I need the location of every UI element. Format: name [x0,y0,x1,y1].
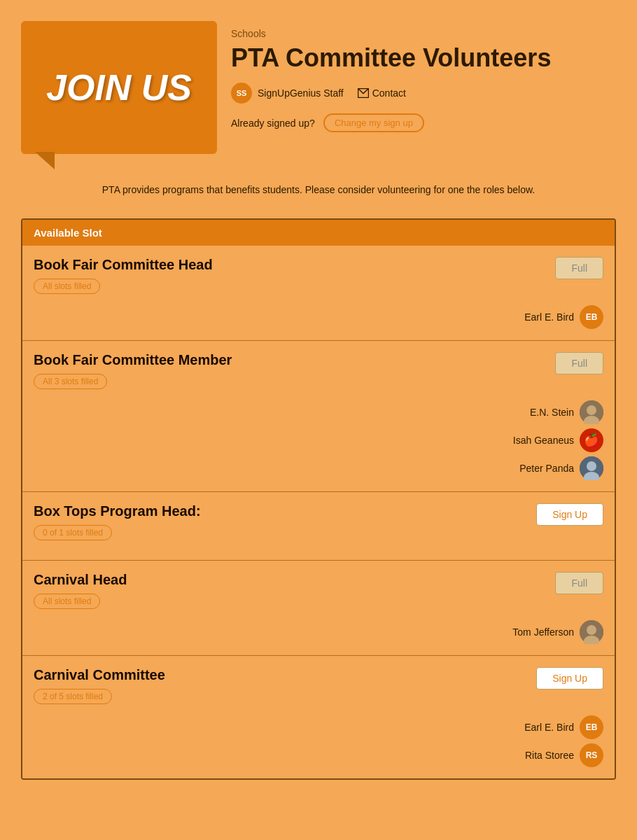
author-avatar: SS [231,83,252,104]
participant-name: Earl E. Bird [524,722,574,733]
page-title: PTA Committee Volunteers [231,43,616,73]
slot-badge: All slots filled [34,594,100,609]
change-signup-button[interactable]: Change my sign up [323,113,424,132]
participant-name: E.N. Stein [530,407,574,418]
slot-action-button: Full [555,257,603,279]
slot-row: Box Tops Program Head: 0 of 1 slots fill… [22,491,615,560]
slot-row: Carnival Committee 2 of 5 slots filled S… [22,655,615,778]
slot-row: Book Fair Committee Member All 3 slots f… [22,340,615,491]
contact-link[interactable]: Contact [358,88,406,99]
slots-container: Book Fair Committee Head All slots fille… [22,246,615,778]
already-signed-up-text: Already signed up? [231,118,315,129]
envelope-icon [358,88,369,98]
participant-name: Earl E. Bird [524,312,574,323]
participant-avatar: 🍎 [580,428,603,452]
slot-action-button[interactable]: Sign Up [536,667,603,690]
header-info: Schools PTA Committee Volunteers SS Sign… [231,21,616,132]
slot-title: Carnival Head [34,572,603,588]
breadcrumb: Schools [231,28,616,39]
slot-title: Carnival Committee [34,667,603,683]
slot-row: Carnival Head All slots filled Full Tom … [22,560,615,655]
participants-list: Earl E. Bird EB [34,305,603,329]
participant-avatar: RS [580,743,603,767]
table-header: Available Slot [22,220,615,246]
participants-list: E.N. Stein Isah Geaneus 🍎 Peter Panda [34,400,603,480]
participant-name: Isah Geaneus [513,435,574,446]
participant: Earl E. Bird EB [524,715,603,739]
slot-title: Book Fair Committee Head [34,257,603,273]
participant: Earl E. Bird EB [524,305,603,329]
participant: Tom Jefferson [512,620,603,644]
svg-point-8 [587,625,596,635]
author-name: SignUpGenius Staff [258,88,344,99]
participant-name: Tom Jefferson [512,626,574,638]
slot-title: Book Fair Committee Member [34,352,603,368]
slot-action-button: Full [555,572,603,594]
header-section: JOIN US Schools PTA Committee Volunteers… [0,0,637,168]
join-us-text: JOIN US [46,69,192,106]
participant-name: Peter Panda [519,463,574,474]
slot-title: Box Tops Program Head: [34,503,603,519]
slot-badge: All slots filled [34,279,100,294]
svg-point-2 [587,405,596,415]
svg-point-5 [587,461,596,471]
participant-avatar [580,456,603,480]
slot-action-button[interactable]: Sign Up [536,503,603,526]
author-info: SS SignUpGenius Staff [231,83,344,104]
slots-table: Available Slot Book Fair Committee Head … [21,218,616,780]
contact-label: Contact [372,88,406,99]
slot-badge: 0 of 1 slots filled [34,525,112,540]
participant: Peter Panda [519,456,603,480]
author-row: SS SignUpGenius Staff Contact [231,83,616,104]
slot-action-button: Full [555,352,603,374]
participant: Isah Geaneus 🍎 [513,428,603,452]
participants-list: Tom Jefferson [34,620,603,644]
join-us-banner: JOIN US [21,21,217,154]
participant: E.N. Stein [530,400,603,424]
page-description: PTA provides programs that benefits stud… [0,168,637,218]
participant: Rita Storee RS [525,743,603,767]
participant-avatar: EB [580,715,603,739]
slot-row: Book Fair Committee Head All slots fille… [22,246,615,340]
already-signed-up-row: Already signed up? Change my sign up [231,113,616,132]
participant-avatar: EB [580,305,603,329]
slot-badge: All 3 slots filled [34,374,107,389]
slot-badge: 2 of 5 slots filled [34,689,112,704]
participants-list: Earl E. Bird EB Rita Storee RS [34,715,603,767]
participant-avatar [580,400,603,424]
participant-name: Rita Storee [525,750,574,761]
participant-avatar [580,620,603,644]
